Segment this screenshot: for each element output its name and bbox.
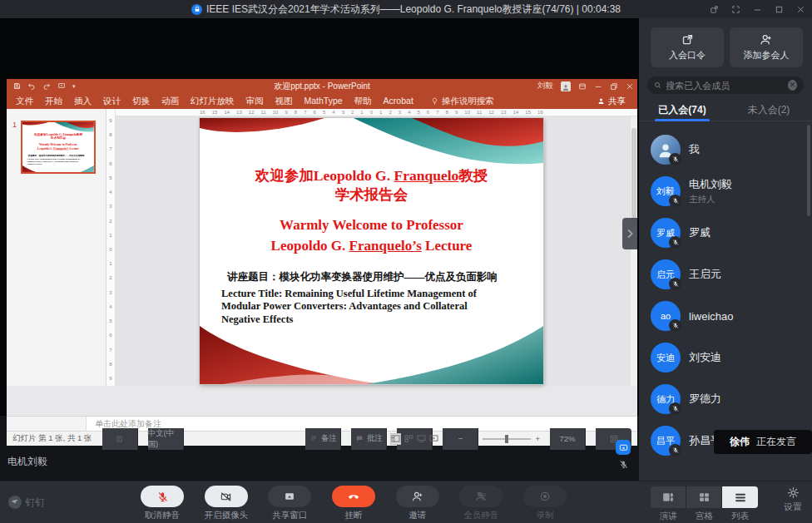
- hang-up-icon: [347, 490, 360, 503]
- mute-all-icon: [475, 491, 488, 502]
- mic-muted-icon: [669, 153, 681, 165]
- save-icon[interactable]: [13, 82, 21, 90]
- settings-label: 设置: [785, 501, 802, 513]
- ppt-scrollbar[interactable]: [630, 116, 637, 386]
- ppt-share-button[interactable]: 共享: [597, 96, 634, 107]
- participant-row[interactable]: 我: [639, 129, 812, 170]
- slideshow-view-icon[interactable]: [429, 433, 438, 445]
- share-window-button[interactable]: 共享窗口: [260, 486, 319, 521]
- dingtalk-brand: 钉钉: [8, 481, 45, 523]
- participant-row[interactable]: ao liweichao: [639, 295, 812, 337]
- avatar: 罗威: [651, 218, 681, 248]
- participant-tabs: 已入会(74) 未入会(2): [639, 100, 812, 121]
- grid-view-label: 宫格: [686, 511, 722, 522]
- lightbulb-icon: [431, 96, 438, 106]
- tab-joined[interactable]: 已入会(74): [639, 100, 725, 121]
- add-participant-label: 添加参会人: [744, 49, 790, 62]
- person-icon: [597, 97, 605, 105]
- grid-view-button[interactable]: [686, 486, 722, 508]
- list-view-button[interactable]: [722, 486, 758, 508]
- unmute-button[interactable]: 取消静音: [133, 486, 191, 521]
- slide-thumbnail[interactable]: 欢迎参加Leopoldo G. Franquelo教授 学术报告会 Warmly…: [21, 121, 96, 174]
- slide-canvas[interactable]: 欢迎参加Leopoldo G. Franquelo教授 学术报告会 Warmly…: [200, 118, 543, 384]
- add-participant-button[interactable]: 添加参会人: [730, 27, 803, 67]
- ppt-status-bar: 幻灯片 第 1 张, 共 1 张 中文(中国) 备注 批注 − +: [7, 431, 637, 446]
- status-slide-count: 幻灯片 第 1 张, 共 1 张: [12, 433, 92, 444]
- slide-title-cn-line2: 学术报告会: [200, 185, 543, 204]
- slide-sorter-icon[interactable]: [404, 433, 413, 445]
- slide-body-text: 讲座题目：模块化功率变换器使用维护——优点及负面影响 Lecture Title…: [221, 271, 531, 326]
- slide-thumbnail-panel: 1: [7, 109, 106, 386]
- participant-row[interactable]: 安迪 刘安迪: [639, 337, 812, 378]
- tell-me-search[interactable]: 操作说明搜索: [431, 96, 494, 107]
- clear-search-icon[interactable]: ✕: [788, 80, 797, 91]
- speaking-status: 正在发言: [756, 435, 796, 449]
- ppt-titlebar: ▾ 欢迎ppt.pptx - PowerPoint 刘毅: [7, 79, 637, 93]
- ribbon-tabs[interactable]: 文件开始插入设计切换动画幻灯片放映审阅视图MathType帮助Acrobat: [10, 96, 419, 107]
- zoom-slider[interactable]: [483, 438, 531, 440]
- ppt-restore-icon[interactable]: [610, 82, 618, 91]
- ribbon-options-icon[interactable]: [578, 82, 587, 91]
- ppt-user-avatar[interactable]: [561, 81, 571, 91]
- mic-muted-icon: [669, 195, 681, 207]
- accessibility-icon: [102, 428, 138, 450]
- sidebar-scrollbar[interactable]: [807, 125, 810, 216]
- meeting-window: IEEE IES武汉分会2021年学术活动系列——Leopoldo G. Fra…: [0, 0, 812, 523]
- settings-button[interactable]: 设置: [779, 486, 807, 513]
- participant-row[interactable]: 刘毅 电机刘毅 主持人: [639, 170, 812, 212]
- participant-row[interactable]: 罗威 罗威: [639, 212, 812, 254]
- comments-toggle[interactable]: 批注: [351, 428, 387, 450]
- search-box[interactable]: ✕: [647, 76, 804, 94]
- screen-sharing-icon: [616, 440, 631, 455]
- zoom-out-button[interactable]: −: [443, 428, 478, 450]
- status-language[interactable]: 中文(中国): [148, 428, 184, 450]
- speaker-view-button[interactable]: [651, 486, 686, 508]
- mic-muted-icon: [669, 278, 681, 290]
- notes-toggle[interactable]: 备注: [305, 428, 341, 450]
- qat-dropdown-icon[interactable]: ▾: [72, 83, 76, 90]
- sidebar-collapse-handle[interactable]: [622, 218, 637, 249]
- view-mode-switcher: 演讲 宫格 列表: [651, 486, 759, 522]
- presenter-mic-muted-icon: [619, 459, 628, 470]
- meeting-code-button[interactable]: 入会口令: [651, 27, 724, 67]
- participant-name: 罗威: [689, 225, 710, 240]
- mic-muted-icon: [157, 491, 168, 503]
- slide-number: 1: [12, 121, 17, 129]
- ppt-close-icon[interactable]: [626, 82, 634, 91]
- mic-muted-icon: [669, 402, 681, 415]
- normal-view-icon[interactable]: [390, 433, 401, 445]
- gear-icon: [787, 486, 800, 499]
- camera-on-button[interactable]: 开启摄像头: [197, 486, 255, 521]
- ppt-minimize-icon[interactable]: [594, 82, 602, 91]
- fullscreen-icon[interactable]: [731, 5, 740, 14]
- dingtalk-logo-icon: [8, 496, 22, 509]
- share-screen-icon: [284, 491, 295, 502]
- redo-icon[interactable]: [42, 82, 51, 90]
- participant-row[interactable]: 德力 罗德力: [639, 378, 812, 420]
- person-add-icon: [412, 491, 423, 502]
- slideshow-icon[interactable]: [57, 82, 66, 90]
- participant-name: 电机刘毅: [689, 177, 732, 192]
- vertical-ruler: 9876543210123456789: [106, 109, 116, 386]
- mic-muted-icon: [669, 236, 681, 249]
- mute-all-button: 全员静音: [452, 486, 510, 521]
- speaker-view-icon: [662, 492, 674, 502]
- popout-icon[interactable]: [710, 5, 719, 14]
- undo-icon[interactable]: [27, 82, 36, 90]
- titlebar: IEEE IES武汉分会2021年学术活动系列——Leopoldo G. Fra…: [0, 0, 812, 18]
- maximize-icon[interactable]: [775, 5, 784, 14]
- meeting-code-label: 入会口令: [669, 49, 706, 62]
- close-icon[interactable]: [796, 5, 805, 14]
- avatar: 刘毅: [651, 176, 681, 206]
- zoom-level[interactable]: 72%: [550, 428, 586, 450]
- participant-row[interactable]: 启元 王启元: [639, 254, 812, 295]
- hang-up-button[interactable]: 挂断: [324, 486, 383, 521]
- presenter-status-icons: [616, 440, 631, 470]
- reading-view-icon[interactable]: [417, 433, 426, 445]
- mic-muted-icon: [669, 319, 681, 332]
- tab-not-joined[interactable]: 未入会(2): [725, 100, 812, 121]
- invite-button[interactable]: 邀请: [389, 486, 447, 521]
- minimize-icon[interactable]: [753, 5, 762, 14]
- search-input[interactable]: [666, 81, 784, 91]
- zoom-in-button[interactable]: +: [535, 434, 540, 443]
